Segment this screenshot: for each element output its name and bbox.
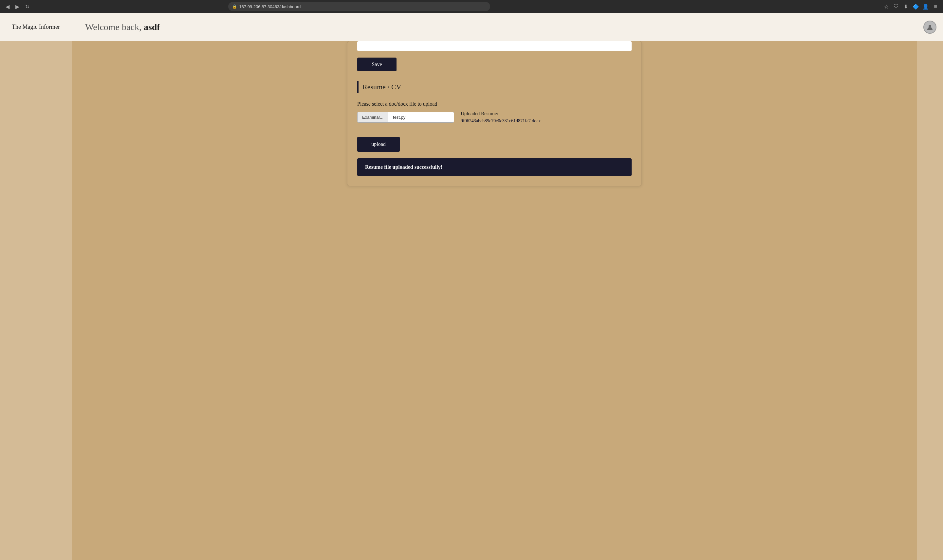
file-input-wrapper: Examinar... test.py (357, 112, 454, 123)
address-bar: 🔒 167.99.206.87:30463/dashboard (228, 2, 490, 11)
app-header-main: Welcome back, asdf (72, 22, 923, 32)
uploaded-resume-label: Uploaded Resume: (461, 111, 541, 117)
file-upload-row: Examinar... test.py Uploaded Resume: 9f0… (357, 111, 631, 124)
upload-instructions: Please select a doc/docx file to upload (357, 101, 631, 107)
avatar-icon (927, 24, 933, 31)
section-bar (357, 81, 358, 93)
success-message: Resume file uploaded successfully! (357, 158, 631, 176)
forward-button[interactable]: ▶ (14, 3, 21, 10)
browser-chrome: ◀ ▶ ↻ 🔒 167.99.206.87:30463/dashboard ☆ … (0, 0, 943, 13)
app-sidebar: The Magic Informer (0, 13, 72, 41)
url-display[interactable]: 167.99.206.87:30463/dashboard (239, 4, 301, 9)
upload-button[interactable]: upload (357, 137, 400, 152)
back-button[interactable]: ◀ (4, 3, 11, 10)
save-button[interactable]: Save (357, 58, 397, 71)
app-wrapper: The Magic Informer Welcome back, asdf (0, 13, 943, 560)
upload-section: Please select a doc/docx file to upload … (357, 101, 631, 124)
download-icon[interactable]: ⬇ (902, 3, 910, 10)
profile-icon[interactable]: 👤 (922, 3, 929, 10)
uploaded-resume-section: Uploaded Resume: 9f06243abcb89c70e0c331c… (461, 111, 541, 124)
security-icon: 🔒 (232, 4, 237, 9)
top-white-area (357, 41, 631, 51)
resume-section-heading: Resume / CV (357, 81, 631, 93)
app-logo: The Magic Informer (12, 23, 60, 31)
main-card: Save Resume / CV Please select a doc/doc… (347, 41, 642, 186)
scroll-container: Save Resume / CV Please select a doc/doc… (347, 41, 642, 186)
user-avatar[interactable] (923, 21, 937, 34)
welcome-username: asdf (144, 22, 160, 32)
svg-point-0 (929, 25, 931, 28)
uploaded-resume-link[interactable]: 9f06243abcb89c70e0c331c61d871fa7.docx (461, 118, 541, 124)
bookmark-icon[interactable]: ☆ (883, 3, 890, 10)
app-header: The Magic Informer Welcome back, asdf (0, 13, 943, 41)
refresh-button[interactable]: ↻ (23, 3, 31, 10)
section-title: Resume / CV (363, 83, 401, 91)
browser-actions: ☆ 🛡 ⬇ 🔷 👤 ≡ (883, 3, 939, 10)
extension-icon[interactable]: 🔷 (912, 3, 920, 10)
welcome-prefix: Welcome back, (85, 22, 144, 32)
file-name-display: test.py (388, 112, 454, 122)
left-sidebar (0, 41, 72, 560)
content-area: Save Resume / CV Please select a doc/doc… (72, 41, 917, 560)
welcome-text: Welcome back, asdf (85, 22, 160, 32)
right-sidebar (917, 41, 943, 560)
file-browse-button[interactable]: Examinar... (358, 112, 388, 122)
app-body: Save Resume / CV Please select a doc/doc… (0, 41, 943, 560)
menu-icon[interactable]: ≡ (932, 3, 939, 10)
shield-action-icon[interactable]: 🛡 (892, 3, 900, 10)
